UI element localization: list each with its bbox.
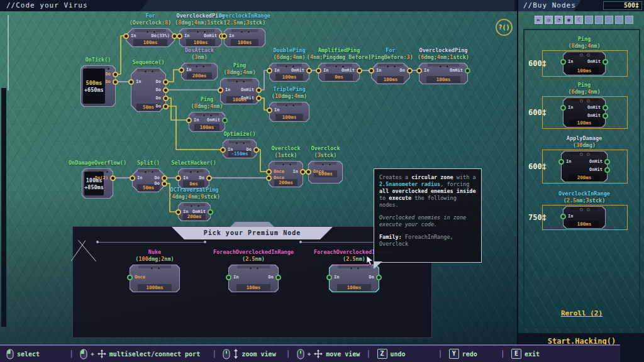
node-ping-2[interactable]: 100msInOnHit — [189, 112, 225, 132]
port-ring-in[interactable] — [218, 87, 223, 93]
port-ring-do[interactable] — [253, 147, 259, 153]
node-doubleping[interactable]: 100msInOnHit — [269, 63, 309, 82]
port-ring-in[interactable] — [558, 159, 564, 165]
port-ring-in[interactable] — [300, 169, 306, 175]
filter-slot-empty[interactable] — [615, 16, 623, 24]
port-ring-in[interactable] — [267, 107, 272, 113]
node-sequence[interactable]: 50msInDoDoDoDo — [131, 68, 166, 112]
filter-button-cursor-filter[interactable]: ► — [535, 16, 543, 24]
port-ring-in[interactable] — [369, 68, 374, 74]
port-ring-in[interactable] — [186, 118, 192, 123]
screw-decoration — [249, 266, 252, 270]
port-ring-do[interactable] — [163, 104, 169, 109]
port-ring-in[interactable] — [128, 79, 134, 85]
node-foreach-overclocked-inrange-1[interactable]: 100msInDo — [228, 265, 279, 292]
port-ring-do[interactable] — [163, 96, 169, 101]
node-ondamageoverflow[interactable]: 100ms+850msDo(2) — [82, 168, 113, 199]
port-ring-onhit[interactable] — [465, 68, 470, 74]
filter-button-target-filter[interactable]: ◎ — [545, 16, 553, 24]
node-shop-overclockinrange[interactable]: 100msIn — [563, 206, 606, 229]
port-ring-in[interactable] — [175, 175, 181, 181]
screw-decoration — [321, 163, 325, 166]
port-ring-onhit[interactable] — [602, 105, 608, 111]
reroll-button[interactable]: Reroll (2) — [518, 309, 644, 317]
node-for-overclock[interactable]: 100msInDo(33%) — [126, 28, 175, 47]
node-ping-main[interactable]: 100msInOnHitOnHit — [220, 78, 259, 104]
port-ring-do[interactable] — [113, 79, 118, 85]
node-optimize[interactable]: -150msInDo — [223, 140, 257, 158]
port-ring-onhit[interactable] — [602, 113, 608, 119]
port-ring-onhit[interactable] — [256, 87, 262, 93]
port-ring-onhit[interactable] — [306, 68, 312, 74]
node-overclock-1[interactable]: 200msOnceOnceIn — [269, 161, 303, 187]
port-ring-do[interactable] — [113, 72, 118, 77]
screw-decoration — [446, 65, 449, 68]
help-button[interactable]: ?() — [496, 19, 513, 36]
port-ring-in[interactable] — [267, 68, 272, 74]
port-ring-do[interactable] — [162, 175, 167, 181]
filter-slot-empty[interactable] — [625, 16, 633, 24]
port-ring-in[interactable] — [560, 214, 566, 219]
port-ring-in[interactable] — [560, 105, 566, 111]
port-ring-do[interactable] — [162, 181, 167, 187]
node-foreach-overclocked-inrange-2[interactable]: 100msInDo — [329, 265, 379, 292]
port-ring-do2[interactable] — [110, 175, 116, 181]
node-amplifiedping[interactable]: 0msInOnHit — [318, 63, 360, 82]
control-label: redo — [462, 351, 477, 358]
filter-slot-empty[interactable] — [585, 16, 593, 24]
port-ring-onhit[interactable] — [208, 209, 213, 215]
port-ring-in[interactable] — [177, 33, 182, 39]
port-ring-once[interactable] — [127, 275, 133, 280]
port-ring-onhit[interactable] — [604, 159, 610, 165]
node-dosattack[interactable]: 200msIn — [181, 63, 218, 80]
port-ring-onhit[interactable] — [604, 167, 610, 173]
port-ring-in[interactable] — [123, 33, 129, 39]
port-ring-in[interactable] — [416, 68, 422, 74]
port-ring-do[interactable] — [163, 79, 169, 85]
port-ring-do[interactable] — [407, 68, 413, 74]
port-ring-in[interactable] — [560, 59, 566, 65]
screw-decoration — [439, 65, 442, 68]
port-ring-do[interactable] — [376, 275, 382, 280]
port-ring-onhit[interactable] — [256, 96, 262, 101]
node-shop-ping-6[interactable]: 100msInOnHitOnHit — [563, 97, 606, 128]
screw-decoration — [195, 65, 198, 68]
node-split[interactable]: 50msInDoDo — [132, 168, 165, 192]
port-ring-in[interactable] — [220, 147, 226, 153]
filter-button-bomb-filter[interactable]: ◉ — [565, 16, 573, 24]
node-nuke[interactable]: 1000msOnce — [130, 265, 180, 292]
port-ring-once[interactable] — [266, 175, 272, 181]
node-tripleping[interactable]: 100msIn — [269, 102, 309, 122]
node-for-pingbefore[interactable]: 100msInDo — [371, 63, 410, 84]
port-ring-in[interactable] — [226, 275, 231, 280]
filter-slot-empty[interactable] — [595, 16, 603, 24]
port-ring-in[interactable] — [130, 175, 135, 181]
port-ring-do[interactable] — [163, 87, 169, 93]
port-ring-onhit[interactable] — [222, 118, 228, 123]
node-shop-ping-8[interactable]: 100msInOnHit — [563, 52, 606, 75]
filter-button-clock-filter[interactable]: ◔ — [555, 16, 563, 24]
controls-legend-bar: select|+multiselect/connect port|zoom vi… — [0, 344, 620, 362]
node-overclock-2[interactable]: 600msOnce — [308, 161, 343, 184]
port-ring-onhit[interactable] — [357, 68, 362, 74]
port-ring-in[interactable] — [221, 33, 227, 39]
node-overclockedping-1[interactable]: 100msInOnHit — [179, 28, 222, 47]
node-octraversalping[interactable]: 200msInOnHit — [178, 202, 211, 221]
port-ring-onhit[interactable] — [602, 59, 608, 65]
node-overclockinrange-1[interactable]: 100msIn — [224, 28, 265, 47]
port-ring-do[interactable] — [275, 275, 281, 280]
node-ontick[interactable]: 500ms+650msDoDo — [80, 65, 116, 107]
filter-button-overclock-filter[interactable]: ☾ — [575, 16, 583, 24]
filter-slot-empty[interactable] — [605, 16, 613, 24]
port-ring-in[interactable] — [326, 275, 332, 280]
node-selecthacker[interactable]: 0msInDo — [178, 168, 209, 189]
port-ring-do[interactable] — [206, 175, 212, 181]
port-ring-in[interactable] — [316, 68, 321, 74]
port-ring-in[interactable] — [179, 67, 184, 73]
port-ring-once[interactable] — [266, 169, 272, 175]
port-ring-once[interactable] — [306, 169, 311, 175]
node-shop-applydamage[interactable]: 200msInOnHitOnHit — [561, 151, 608, 182]
node-overclockedping-2[interactable]: 100msInOnHit — [419, 63, 468, 84]
node-title: DosAttack(3nm) — [185, 47, 214, 61]
port-ring-in[interactable] — [175, 209, 181, 215]
